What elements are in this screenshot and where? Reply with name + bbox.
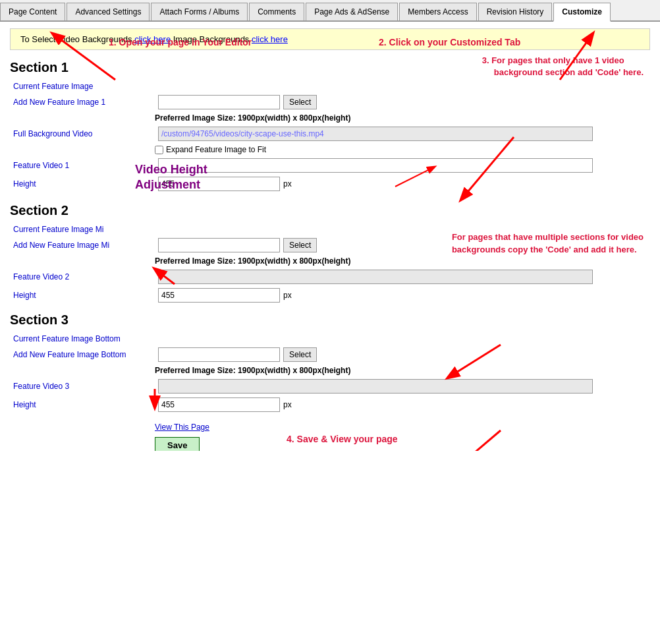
height-1-row: Height px: [10, 177, 650, 191]
tab-comments[interactable]: Comments: [249, 3, 304, 20]
expand-feature-image-label: Expand Feature Image to Fit: [166, 145, 266, 154]
select-feature-image-mid-button[interactable]: Select: [283, 238, 317, 252]
px-1-label: px: [283, 179, 292, 189]
current-feature-image-row: Current Feature Image: [10, 82, 650, 91]
current-feature-image-bottom-label: Current Feature Image Bottom: [13, 334, 158, 343]
full-bg-video-label: Full Background Video: [13, 129, 158, 138]
expand-feature-image-checkbox[interactable]: [155, 146, 163, 154]
tab-page-ads[interactable]: Page Ads & AdSense: [306, 3, 398, 20]
feature-video-2-row: Feature Video 2: [10, 270, 650, 284]
instruction-step1: 1. Open your page in Your Editor: [109, 37, 252, 47]
svg-line-6: [448, 430, 501, 451]
feature-video-1-row: Feature Video 1: [10, 158, 650, 173]
height-3-label: Height: [13, 400, 158, 409]
feature-video-2-input[interactable]: [158, 270, 593, 284]
tab-revision-history[interactable]: Revision History: [478, 3, 553, 20]
select-feature-image-bottom-button[interactable]: Select: [283, 347, 317, 362]
add-new-feature-image-1-label: Add New Feature Image 1: [13, 98, 158, 107]
current-feature-image-bottom-row: Current Feature Image Bottom: [10, 334, 650, 343]
instruction-step2: 2. Click on your Customized Tab: [379, 37, 520, 47]
instruction-step3: 3. For pages that only have 1 video back…: [482, 55, 644, 78]
add-new-feature-image-mid-input[interactable]: [158, 238, 280, 252]
tab-page-content[interactable]: Page Content: [0, 3, 65, 20]
tab-members-access[interactable]: Members Access: [399, 3, 476, 20]
save-button[interactable]: Save: [155, 437, 200, 451]
height-2-row: Height px: [10, 288, 650, 303]
expand-feature-image-row: Expand Feature Image to Fit: [155, 145, 650, 154]
image-bg-link[interactable]: click here: [252, 34, 288, 44]
add-new-feature-image-mid-label: Add New Feature Image Mi: [13, 241, 158, 250]
select-feature-image-1-button[interactable]: Select: [283, 95, 317, 109]
section3-heading: Section 3: [10, 312, 650, 328]
section1: Section 1 Current Feature Image Add New …: [10, 60, 650, 191]
section3: Section 3 Current Feature Image Bottom A…: [10, 312, 650, 412]
preferred-size-3: Preferred Image Size: 1900px(width) x 80…: [155, 366, 650, 375]
feature-video-3-row: Feature Video 3: [10, 379, 650, 394]
height-2-input[interactable]: [158, 288, 280, 303]
px-2-label: px: [283, 291, 292, 300]
height-3-row: Height px: [10, 397, 650, 412]
height-3-input[interactable]: [158, 397, 280, 412]
add-new-feature-image-1-input[interactable]: [158, 95, 280, 109]
footer-links: View This Page: [155, 422, 650, 432]
current-feature-image-label: Current Feature Image: [13, 82, 158, 91]
feature-video-3-label: Feature Video 3: [13, 382, 158, 391]
height-1-input[interactable]: [158, 177, 280, 191]
add-new-feature-image-bottom-row: Add New Feature Image Bottom Select: [10, 347, 650, 362]
full-bg-video-input[interactable]: [158, 127, 593, 141]
feature-video-2-label: Feature Video 2: [13, 272, 158, 281]
add-new-feature-image-bottom-label: Add New Feature Image Bottom: [13, 350, 158, 359]
tab-advanced-settings[interactable]: Advanced Settings: [67, 3, 150, 20]
instruction-step4: 4. Save & View your page: [287, 434, 650, 444]
preferred-size-2: Preferred Image Size: 1900px(width) x 80…: [155, 256, 650, 266]
height-1-label: Height: [13, 179, 158, 189]
add-new-feature-image-bottom-input[interactable]: [158, 347, 280, 362]
px-3-label: px: [283, 400, 292, 409]
add-new-feature-image-1-row: Add New Feature Image 1 Select: [10, 95, 650, 109]
preferred-size-1: Preferred Image Size: 1900px(width) x 80…: [155, 113, 650, 123]
tab-bar: Page Content Advanced Settings Attach Fo…: [0, 0, 660, 22]
feature-video-1-label: Feature Video 1: [13, 161, 158, 170]
full-bg-video-row: Full Background Video: [10, 127, 650, 141]
view-this-page-link[interactable]: View This Page: [155, 423, 209, 432]
feature-video-1-input[interactable]: [158, 158, 593, 173]
tab-customize[interactable]: Customize: [553, 3, 611, 22]
instruction-multi-section: For pages that have multiple sections fo…: [452, 231, 644, 256]
section2-heading: Section 2: [10, 203, 650, 218]
current-feature-image-mid-label: Current Feature Image Mi: [13, 225, 158, 234]
feature-video-3-input[interactable]: [158, 379, 593, 394]
tab-attach-forms[interactable]: Attach Forms / Albums: [151, 3, 248, 20]
notice-bar: To Select Video Backgrounds click here I…: [10, 28, 650, 50]
height-2-label: Height: [13, 291, 158, 300]
